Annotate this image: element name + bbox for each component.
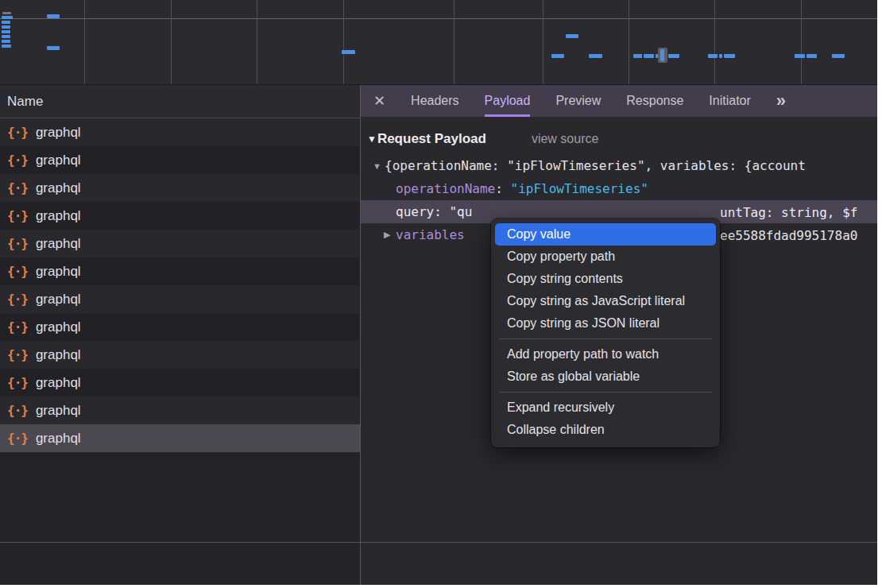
overview-gridline — [714, 0, 715, 84]
request-name-label: graphql — [36, 125, 81, 141]
tab-headers[interactable]: Headers — [411, 85, 458, 117]
table-footer-divider — [0, 542, 877, 543]
overview-request-bar — [832, 54, 845, 58]
tab-response[interactable]: Response — [626, 85, 683, 117]
overview-gridline — [543, 0, 544, 84]
json-braces-icon: {·} — [7, 153, 28, 168]
menu-item-copy-string-contents[interactable]: Copy string contents — [495, 268, 716, 290]
close-icon[interactable]: ✕ — [373, 92, 385, 110]
overview-gridline — [454, 0, 455, 84]
request-list: {·}graphql{·}graphql{·}graphql{·}graphql… — [0, 118, 360, 452]
tab-payload[interactable]: Payload — [485, 85, 531, 117]
overview-request-bar — [2, 21, 10, 24]
request-name-label: graphql — [36, 236, 81, 252]
section-title: Request Payload — [377, 131, 486, 147]
request-name-label: graphql — [36, 403, 81, 419]
request-name-label: graphql — [36, 431, 81, 447]
property-key: variables — [396, 227, 465, 242]
network-request-row[interactable]: {·}graphql — [0, 369, 360, 397]
network-request-row[interactable]: {·}graphql — [0, 397, 360, 424]
overview-request-bar — [2, 40, 10, 43]
key-separator: : — [434, 204, 449, 219]
overview-request-bar — [644, 54, 654, 58]
detail-tab-bar: ✕ HeadersPayloadPreviewResponseInitiator… — [361, 85, 877, 117]
menu-item-collapse-children[interactable]: Collapse children — [495, 419, 716, 441]
network-request-row[interactable]: {·}graphql — [0, 257, 360, 285]
detail-tabs: HeadersPayloadPreviewResponseInitiator — [398, 85, 764, 117]
overview-request-bar — [708, 54, 718, 58]
overview-gridline — [343, 0, 344, 84]
network-request-row[interactable]: {·}graphql — [0, 313, 360, 341]
request-name-label: graphql — [36, 208, 81, 224]
overview-request-bar — [719, 54, 722, 58]
json-braces-icon: {·} — [7, 319, 28, 335]
menu-item-copy-value[interactable]: Copy value — [495, 223, 716, 246]
property-value-string-left: "qu — [449, 204, 472, 219]
property-key: query — [396, 204, 434, 219]
menu-item-store-as-global-variable[interactable]: Store as global variable — [495, 366, 716, 388]
request-name-label: graphql — [36, 292, 81, 308]
overview-gridline-horizontal — [0, 18, 877, 19]
overview-request-bar — [566, 34, 578, 38]
overview-request-bar — [342, 50, 355, 54]
tab-preview[interactable]: Preview — [555, 85, 601, 117]
overview-request-bar — [724, 54, 735, 58]
json-braces-icon: {·} — [7, 180, 28, 195]
overview-request-bar — [2, 16, 13, 19]
object-preview-text: {operationName: "ipFlowTimeseries", vari… — [385, 158, 806, 173]
menu-item-copy-string-as-javascript-literal[interactable]: Copy string as JavaScript literal — [495, 290, 716, 312]
request-list-panel: Name {·}graphql{·}graphql{·}graphql{·}gr… — [0, 85, 361, 585]
json-braces-icon: {·} — [7, 347, 28, 362]
network-request-row[interactable]: {·}graphql — [0, 118, 360, 146]
network-request-row[interactable]: {·}graphql — [0, 146, 360, 174]
screenshot-page: Name {·}graphql{·}graphql{·}graphql{·}gr… — [0, 0, 882, 588]
name-column-header[interactable]: Name — [0, 85, 360, 118]
network-request-row[interactable]: {·}graphql — [0, 285, 360, 313]
network-request-row[interactable]: {·}graphql — [0, 174, 360, 202]
menu-item-add-property-path-to-watch[interactable]: Add property path to watch — [495, 343, 716, 366]
menu-item-expand-recursively[interactable]: Expand recursively — [495, 397, 716, 419]
json-braces-icon: {·} — [7, 208, 28, 223]
overview-request-bar — [795, 54, 805, 58]
network-request-row[interactable]: {·}graphql — [0, 424, 360, 452]
overview-request-bar — [633, 54, 642, 58]
menu-item-copy-property-path[interactable]: Copy property path — [495, 246, 716, 268]
overview-gridline — [171, 0, 172, 84]
property-key: operationName — [396, 181, 495, 196]
network-request-row[interactable]: {·}graphql — [0, 341, 360, 369]
overview-request-bar — [551, 54, 564, 58]
network-overview-timeline[interactable] — [0, 0, 877, 85]
more-tabs-icon[interactable]: » — [776, 91, 786, 111]
json-braces-icon: {·} — [7, 236, 28, 251]
expand-triangle-icon[interactable]: ▶ — [384, 230, 396, 240]
overview-request-bar — [2, 35, 10, 38]
object-preview-fragment-right: ee5588fdad995178a0 — [720, 227, 857, 242]
payload-root-row[interactable]: ▼{operationName: "ipFlowTimeseries", var… — [361, 154, 877, 177]
request-name-label: graphql — [36, 180, 81, 196]
devtools-network-panel: Name {·}graphql{·}graphql{·}graphql{·}gr… — [0, 0, 877, 585]
overview-gridline — [257, 0, 257, 84]
overview-request-bar — [2, 30, 10, 33]
property-value-string-right: untTag: string, $f — [720, 204, 857, 219]
overview-request-bar — [2, 12, 11, 14]
overview-request-bar — [2, 44, 11, 48]
network-request-row[interactable]: {·}graphql — [0, 202, 360, 230]
view-source-link[interactable]: view source — [532, 132, 598, 146]
overview-request-bar — [660, 49, 664, 61]
collapse-triangle-icon[interactable]: ▼ — [373, 161, 385, 171]
menu-item-copy-string-as-json-literal[interactable]: Copy string as JSON literal — [495, 312, 716, 335]
tab-initiator[interactable]: Initiator — [709, 85, 750, 117]
overview-gridline — [629, 0, 629, 84]
name-column-label: Name — [7, 94, 43, 110]
payload-operationname-row[interactable]: operationName: "ipFlowTimeseries" — [361, 177, 877, 200]
json-braces-icon: {·} — [7, 125, 28, 140]
overview-request-bar — [668, 54, 679, 58]
request-name-label: graphql — [36, 319, 81, 335]
overview-request-bar — [47, 14, 60, 18]
overview-request-bar — [589, 54, 602, 58]
network-main-split: Name {·}graphql{·}graphql{·}graphql{·}gr… — [0, 85, 877, 585]
json-braces-icon: {·} — [7, 431, 28, 446]
json-braces-icon: {·} — [7, 403, 28, 418]
section-collapse-icon[interactable]: ▼ — [367, 133, 377, 145]
network-request-row[interactable]: {·}graphql — [0, 230, 360, 257]
